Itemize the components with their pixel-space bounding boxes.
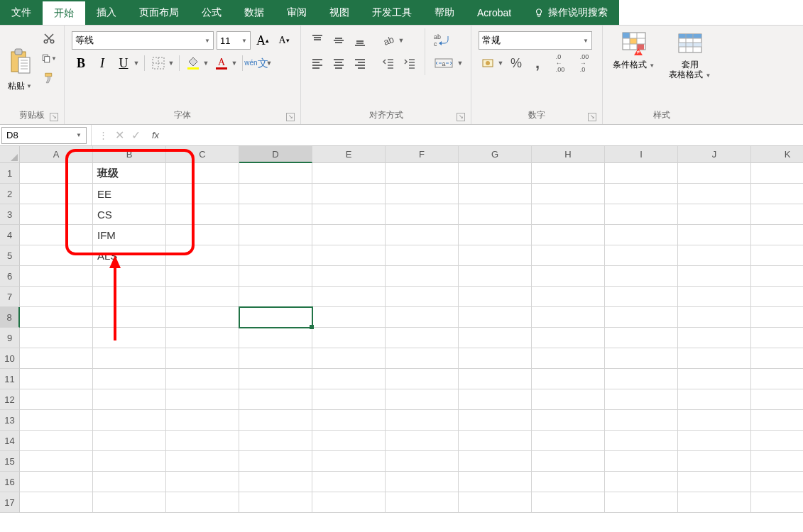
phonetic-more[interactable]: ▼: [266, 54, 273, 72]
cell-G9[interactable]: [459, 328, 532, 348]
row-header-16[interactable]: 16: [0, 472, 20, 492]
cell-B10[interactable]: [93, 348, 166, 369]
cancel-formula-button[interactable]: ✕: [115, 128, 124, 142]
increase-font-button[interactable]: A▴: [253, 31, 272, 50]
bold-button[interactable]: B: [72, 54, 90, 72]
cell-A14[interactable]: [20, 431, 93, 451]
tab-review[interactable]: 审阅: [275, 0, 318, 25]
font-launcher[interactable]: ↘: [286, 113, 295, 121]
cell-H10[interactable]: [532, 348, 605, 369]
increase-indent-button[interactable]: [400, 54, 419, 72]
cell-K7[interactable]: [751, 287, 803, 307]
increase-decimal-button[interactable]: .0←.00: [550, 54, 571, 72]
select-all-corner[interactable]: [0, 146, 20, 163]
cell-J11[interactable]: [678, 369, 751, 389]
cell-C3[interactable]: [166, 204, 239, 225]
cell-D12[interactable]: [239, 389, 312, 410]
cell-G3[interactable]: [459, 204, 532, 225]
cell-F15[interactable]: [386, 451, 459, 472]
cell-I1[interactable]: [605, 163, 678, 184]
cell-J13[interactable]: [678, 410, 751, 431]
number-launcher[interactable]: ↘: [588, 113, 596, 121]
cell-D17[interactable]: [239, 492, 312, 513]
row-header-1[interactable]: 1: [0, 163, 20, 184]
cell-A10[interactable]: [20, 348, 93, 369]
row-header-10[interactable]: 10: [0, 348, 20, 369]
cell-G7[interactable]: [459, 287, 532, 307]
cell-J4[interactable]: [678, 225, 751, 245]
cell-D7[interactable]: [239, 287, 312, 307]
wrap-text-button[interactable]: abc: [431, 31, 457, 50]
align-bottom-button[interactable]: [351, 31, 369, 50]
cell-A2[interactable]: [20, 184, 93, 204]
cell-F11[interactable]: [386, 369, 459, 389]
cell-A4[interactable]: [20, 225, 93, 245]
merge-more[interactable]: ▼: [457, 54, 464, 72]
cell-D13[interactable]: [239, 410, 312, 431]
column-header-B[interactable]: B: [93, 146, 166, 163]
cell-B9[interactable]: [93, 328, 166, 348]
tab-home[interactable]: 开始: [43, 0, 85, 25]
cell-H12[interactable]: [532, 389, 605, 410]
cell-I12[interactable]: [605, 389, 678, 410]
underline-more[interactable]: ▼: [133, 54, 140, 72]
cell-K17[interactable]: [751, 492, 803, 513]
cell-A5[interactable]: [20, 245, 93, 266]
cell-F6[interactable]: [386, 266, 459, 287]
tab-page-layout[interactable]: 页面布局: [128, 0, 190, 25]
cell-I6[interactable]: [605, 266, 678, 287]
row-header-7[interactable]: 7: [0, 287, 20, 307]
cell-J10[interactable]: [678, 348, 751, 369]
cell-H11[interactable]: [532, 369, 605, 389]
cell-G14[interactable]: [459, 431, 532, 451]
cell-C4[interactable]: [166, 225, 239, 245]
cell-E11[interactable]: [312, 369, 386, 389]
tab-acrobat[interactable]: Acrobat: [466, 0, 523, 25]
cell-E1[interactable]: [312, 163, 386, 184]
cell-A6[interactable]: [20, 266, 93, 287]
cell-I14[interactable]: [605, 431, 678, 451]
cell-G10[interactable]: [459, 348, 532, 369]
cell-H4[interactable]: [532, 225, 605, 245]
cell-C10[interactable]: [166, 348, 239, 369]
cell-J17[interactable]: [678, 492, 751, 513]
alignment-launcher[interactable]: ↘: [457, 113, 465, 121]
cell-F13[interactable]: [386, 410, 459, 431]
cell-G1[interactable]: [459, 163, 532, 184]
cell-G15[interactable]: [459, 451, 532, 472]
cell-B8[interactable]: [93, 307, 166, 328]
cell-F16[interactable]: [386, 472, 459, 492]
cell-J16[interactable]: [678, 472, 751, 492]
cell-K14[interactable]: [751, 431, 803, 451]
cell-E2[interactable]: [312, 184, 386, 204]
borders-button[interactable]: [149, 54, 168, 72]
cell-C8[interactable]: [166, 307, 239, 328]
cell-D6[interactable]: [239, 266, 312, 287]
orientation-more[interactable]: ▼: [398, 31, 405, 50]
cell-B17[interactable]: [93, 492, 166, 513]
tab-insert[interactable]: 插入: [85, 0, 128, 25]
row-header-8[interactable]: 8: [0, 307, 20, 328]
cell-H7[interactable]: [532, 287, 605, 307]
cell-D11[interactable]: [239, 369, 312, 389]
cell-A9[interactable]: [20, 328, 93, 348]
cell-I4[interactable]: [605, 225, 678, 245]
number-format-combo[interactable]: 常规▼: [479, 31, 592, 50]
cell-C7[interactable]: [166, 287, 239, 307]
cell-F14[interactable]: [386, 431, 459, 451]
font-color-more[interactable]: ▼: [231, 54, 238, 72]
copy-button[interactable]: ▼: [41, 51, 57, 65]
cell-A12[interactable]: [20, 389, 93, 410]
cell-H9[interactable]: [532, 328, 605, 348]
cell-H6[interactable]: [532, 266, 605, 287]
cell-I8[interactable]: [605, 307, 678, 328]
cell-E10[interactable]: [312, 348, 386, 369]
cell-C1[interactable]: [166, 163, 239, 184]
cell-H16[interactable]: [532, 472, 605, 492]
cell-G5[interactable]: [459, 245, 532, 266]
cut-button[interactable]: [41, 31, 57, 45]
cell-E3[interactable]: [312, 204, 386, 225]
align-right-button[interactable]: [351, 54, 369, 72]
cell-B11[interactable]: [93, 369, 166, 389]
cell-E9[interactable]: [312, 328, 386, 348]
